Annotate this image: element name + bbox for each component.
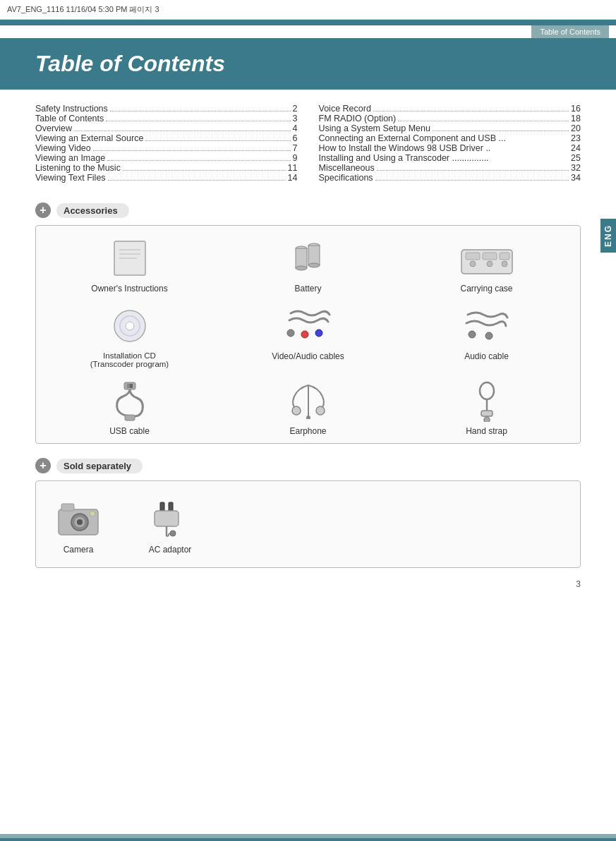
header-bar: AV7_ENG_1116 11/16/04 5:30 PM 페이지 3	[0, 0, 616, 20]
owners-instructions-label: Owner's Instructions	[91, 284, 167, 294]
svg-point-30	[292, 406, 301, 415]
accessories-plus-icon: +	[35, 202, 51, 218]
toc-left-col: Safety Instructions 2 Table of Contents …	[35, 104, 298, 183]
toc-item: Connecting an External Component and USB…	[319, 133, 581, 143]
svg-point-15	[470, 261, 476, 267]
toc-item: Viewing an External Source 6	[35, 133, 298, 143]
usb-cable-label: USB cable	[109, 426, 150, 436]
installation-cd-label: Installation CD(Transcoder program)	[90, 351, 169, 368]
page-number: 3	[576, 579, 581, 589]
svg-point-16	[487, 261, 493, 267]
toc-item: Safety Instructions 2	[35, 104, 298, 114]
svg-point-21	[287, 329, 294, 337]
svg-rect-12	[466, 253, 480, 260]
svg-point-43	[90, 511, 95, 516]
toc-item: How to Install the Windows 98 USB Driver…	[319, 143, 581, 153]
usb-cable-icon	[102, 380, 158, 422]
svg-rect-46	[155, 511, 179, 526]
svg-rect-27	[127, 384, 130, 388]
accessory-carrying-case: Carrying case	[400, 237, 573, 294]
page-title: Table of Contents	[35, 51, 595, 77]
svg-point-31	[316, 406, 325, 415]
toc-item: Installing and Using a Transcoder ......…	[319, 153, 581, 163]
toc-item: Viewing an Image 9	[35, 153, 298, 163]
svg-rect-29	[125, 415, 135, 420]
svg-point-22	[301, 331, 308, 338]
sold-box: Camera AC ada	[35, 480, 581, 568]
tab-label: Table of Contents	[531, 25, 609, 38]
accessories-grid: Owner's Instructions Battery	[43, 237, 573, 436]
toc-table: Safety Instructions 2 Table of Contents …	[35, 104, 581, 183]
svg-point-24	[469, 331, 476, 338]
earphone-icon	[280, 380, 337, 422]
audio-cable-label: Audio cable	[464, 351, 509, 361]
hand-strap-icon	[459, 380, 515, 422]
sold-grid: Camera AC ada	[43, 492, 573, 560]
toc-item: Table of Contents 3	[35, 114, 298, 123]
camera-label: Camera	[64, 545, 94, 555]
top-accent-bar	[0, 20, 616, 25]
toc-right-col: Voice Record 16 FM RADIO (Option) 18 Usi…	[319, 104, 581, 183]
accessory-usb-cable: USB cable	[43, 380, 216, 436]
audio-cable-icon	[459, 305, 515, 347]
accessory-hand-strap: Hand strap	[400, 380, 573, 436]
video-audio-cables-label: Video/Audio cables	[272, 351, 344, 361]
toc-item: Viewing Video 7	[35, 143, 298, 153]
accessories-box: Owner's Instructions Battery	[35, 225, 581, 444]
carrying-case-icon	[459, 237, 515, 279]
bottom-bar-dark	[0, 838, 616, 841]
carrying-case-label: Carrying case	[460, 284, 512, 294]
title-section: Table of Contents	[0, 38, 616, 90]
sold-camera: Camera	[43, 498, 114, 555]
main-content: Safety Instructions 2 Table of Contents …	[0, 90, 616, 596]
svg-point-33	[306, 416, 310, 419]
svg-rect-39	[61, 504, 74, 511]
accessories-section-header: + Accessories	[35, 202, 581, 218]
header-filename: AV7_ENG_1116 11/16/04 5:30 PM 페이지 3	[7, 4, 159, 15]
accessories-label: Accessories	[56, 203, 129, 218]
accessory-installation-cd: Installation CD(Transcoder program)	[43, 305, 216, 368]
svg-point-34	[480, 382, 494, 399]
battery-icon	[280, 237, 337, 279]
toc-item: Overview 4	[35, 123, 298, 133]
svg-rect-28	[130, 384, 133, 388]
accessory-audio-cable: Audio cable	[400, 305, 573, 368]
svg-point-10	[308, 263, 320, 267]
svg-point-37	[484, 417, 490, 422]
toc-item: Listening to the Music 11	[35, 163, 298, 173]
svg-rect-14	[500, 253, 509, 260]
svg-rect-36	[481, 411, 493, 416]
svg-point-23	[315, 329, 322, 337]
svg-point-42	[77, 519, 83, 525]
toc-item: Viewing Text Files 14	[35, 173, 298, 183]
accessory-owners-instructions: Owner's Instructions	[43, 237, 216, 294]
owners-instructions-icon	[102, 237, 158, 279]
tab-label-bar: Table of Contents	[0, 25, 616, 38]
svg-rect-13	[483, 253, 497, 260]
accessory-video-audio-cables: Video/Audio cables	[222, 305, 394, 368]
battery-label: Battery	[294, 284, 321, 294]
sold-separately-section-header: + Sold separately	[35, 458, 581, 473]
sold-separately-label: Sold separately	[56, 459, 143, 473]
svg-point-19	[126, 322, 134, 330]
camera-icon	[50, 498, 107, 540]
svg-rect-9	[308, 246, 320, 265]
svg-point-7	[296, 266, 307, 270]
bottom-accent-bars	[0, 834, 616, 841]
sold-separately-plus-icon: +	[35, 458, 51, 473]
earphone-label: Earphone	[289, 426, 326, 436]
hand-strap-label: Hand strap	[466, 426, 507, 436]
toc-item: Miscellaneous 32	[319, 163, 581, 173]
svg-point-25	[485, 332, 493, 339]
toc-item: Voice Record 16	[319, 104, 581, 114]
toc-item: Specifications 34	[319, 173, 581, 183]
toc-item: Using a System Setup Menu 20	[319, 123, 581, 133]
accessory-battery: Battery	[222, 237, 394, 294]
accessory-earphone: Earphone	[222, 380, 394, 436]
installation-cd-icon	[102, 305, 158, 347]
sold-ac-adaptor: AC adaptor	[135, 498, 205, 555]
svg-point-17	[502, 261, 507, 267]
svg-rect-6	[296, 248, 307, 268]
svg-point-48	[170, 531, 176, 536]
video-audio-cables-icon	[280, 305, 337, 347]
